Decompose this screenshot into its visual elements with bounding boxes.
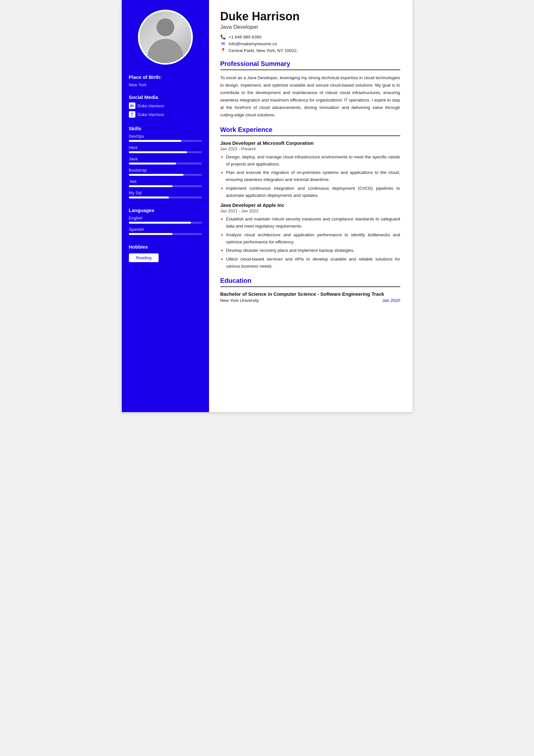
hobby-reading: Reading bbox=[129, 254, 159, 262]
candidate-name: Duke Harrison bbox=[220, 10, 400, 23]
facebook-item[interactable]: f Duke Harrison bbox=[129, 111, 202, 118]
social-media-label: Social Media bbox=[129, 94, 202, 100]
resume-container: Place of Birth: New York Social Media in… bbox=[122, 0, 413, 412]
location-icon: 📍 bbox=[220, 48, 226, 53]
education-title: Education bbox=[220, 277, 400, 284]
lang-spanish: Spanish bbox=[129, 227, 202, 235]
place-of-birth-section: Place of Birth: New York bbox=[122, 74, 209, 89]
job-2-bullet-3: Develop disaster recovery plans and impl… bbox=[226, 247, 400, 254]
skill-java: Java bbox=[129, 156, 202, 165]
edu-degree: Bachelor of Science in Computer Science … bbox=[220, 291, 400, 297]
facebook-icon: f bbox=[129, 111, 135, 118]
linkedin-label: Duke.Harrison bbox=[138, 103, 165, 108]
edu-year: Jan 2020 bbox=[382, 298, 400, 303]
edu-school: New York University bbox=[220, 298, 259, 303]
edu-school-row: New York University Jan 2020 bbox=[220, 298, 400, 303]
job-2-bullet-4: Utilize cloud-based services and APIs to… bbox=[226, 256, 400, 270]
contact-email: ✉ Info@makemyresume.co bbox=[220, 41, 400, 46]
skills-section: Skills DevOps Html Java Bootstrap .Net bbox=[122, 126, 209, 202]
main-content: Duke Harrison Java Developer 📞 +1 646 98… bbox=[209, 0, 413, 412]
job-2-bullet-1: Establish and maintain robust security m… bbox=[226, 216, 400, 230]
job-1-bullets: Design, deploy, and manage cloud infrast… bbox=[226, 153, 400, 200]
professional-summary-title: Professional Summary bbox=[220, 60, 400, 68]
email-value: Info@makemyresume.co bbox=[229, 41, 277, 46]
sidebar: Place of Birth: New York Social Media in… bbox=[122, 0, 209, 412]
summary-text: To excel as a Java Developer, leveraging… bbox=[220, 74, 400, 119]
job-2-bullet-2: Analyze cloud architecture and applicati… bbox=[226, 231, 400, 246]
hobbies-label: Hobbies bbox=[129, 244, 202, 250]
phone-icon: 📞 bbox=[220, 34, 226, 40]
contact-address: 📍 Central Parkt, New York, NY 10022, bbox=[220, 48, 400, 53]
experience-divider bbox=[220, 135, 400, 136]
contact-phone: 📞 +1 646 980 6360 bbox=[220, 34, 400, 40]
languages-label: Languages bbox=[129, 207, 202, 213]
place-of-birth-value: New York bbox=[129, 82, 202, 87]
phone-value: +1 646 980 6360 bbox=[229, 35, 262, 40]
linkedin-icon: in bbox=[129, 102, 135, 109]
avatar bbox=[138, 10, 193, 65]
job-1-title: Java Developer at Microsoft Corporation bbox=[220, 140, 400, 146]
skill-dotnet: .Net bbox=[129, 179, 202, 187]
work-experience-title: Work Experience bbox=[220, 126, 400, 133]
lang-english: English bbox=[129, 216, 202, 224]
email-icon: ✉ bbox=[220, 41, 226, 46]
job-2-dates: Jan 2021 - Jan 2022 bbox=[220, 208, 400, 213]
linkedin-item[interactable]: in Duke.Harrison bbox=[129, 102, 202, 109]
candidate-title: Java Developer bbox=[220, 24, 400, 30]
place-of-birth-label: Place of Birth: bbox=[129, 74, 202, 80]
skill-html: Html bbox=[129, 145, 202, 153]
job-1-bullet-1: Design, deploy, and manage cloud infrast… bbox=[226, 153, 400, 168]
summary-divider bbox=[220, 69, 400, 70]
job-2-title: Java Developer at Apple Inc bbox=[220, 202, 400, 208]
job-2-bullets: Establish and maintain robust security m… bbox=[226, 216, 400, 270]
hobbies-section: Hobbies Reading bbox=[122, 244, 209, 262]
skill-bootstrap: Bootstrap bbox=[129, 168, 202, 176]
education-divider bbox=[220, 286, 400, 287]
avatar-image bbox=[140, 11, 191, 63]
address-value: Central Parkt, New York, NY 10022, bbox=[229, 48, 298, 53]
skill-devops: DevOps bbox=[129, 134, 202, 142]
social-media-section: Social Media in Duke.Harrison f Duke Har… bbox=[122, 94, 209, 120]
skill-mysql: My Sql bbox=[129, 190, 202, 199]
job-1-dates: Jan 2022 - Present bbox=[220, 147, 400, 151]
facebook-label: Duke Harrison bbox=[138, 112, 165, 117]
job-1-bullet-3: Implement continuous integration and con… bbox=[226, 185, 400, 200]
languages-section: Languages English Spanish bbox=[122, 207, 209, 238]
skills-label: Skills bbox=[129, 126, 202, 131]
job-1-bullet-2: Plan and execute the migration of on-pre… bbox=[226, 169, 400, 184]
